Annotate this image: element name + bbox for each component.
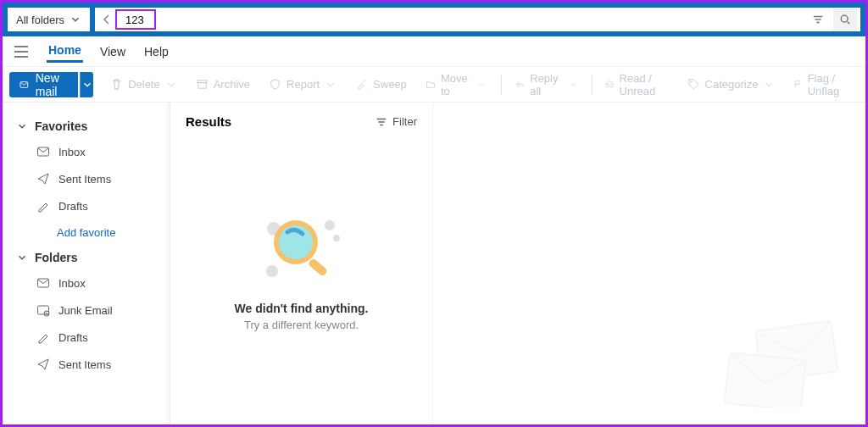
tab-view[interactable]: View	[98, 42, 127, 62]
empty-illustration	[255, 208, 348, 285]
svg-rect-3	[198, 83, 206, 89]
results-header: Results Filter	[170, 103, 432, 141]
chevron-down-icon	[165, 79, 177, 91]
results-title: Results	[186, 114, 231, 129]
search-icon	[839, 14, 851, 25]
filter-icon	[812, 14, 824, 25]
new-mail-label: New mail	[36, 71, 69, 98]
sent-icon	[36, 358, 50, 371]
chevron-down-icon	[70, 14, 81, 25]
tab-home[interactable]: Home	[47, 40, 83, 63]
add-favorite-link[interactable]: Add favorite	[8, 219, 164, 246]
menu-bar: Home View Help	[3, 36, 865, 67]
new-mail-dropdown[interactable]	[80, 72, 93, 97]
search-input-highlight	[115, 9, 156, 30]
arrow-left-icon	[100, 13, 114, 26]
new-mail-button[interactable]: New mail	[9, 72, 78, 97]
chevron-down-icon	[16, 252, 28, 263]
shield-icon	[269, 78, 281, 91]
filter-icon	[376, 116, 387, 128]
chevron-down-icon	[325, 79, 337, 91]
reply-all-icon	[515, 78, 525, 91]
report-button[interactable]: Report	[260, 73, 345, 96]
results-panel: Results Filter We didn't find any	[170, 103, 433, 424]
sidebar-item-junk[interactable]: Junk Email	[8, 297, 164, 324]
svg-point-12	[266, 265, 278, 277]
sidebar-item-drafts[interactable]: Drafts	[8, 192, 164, 219]
empty-subtitle: Try a different keyword.	[244, 319, 359, 331]
sent-icon	[36, 172, 50, 186]
drafts-icon	[36, 199, 50, 213]
hamburger-icon	[14, 46, 29, 58]
hamburger-button[interactable]	[11, 42, 31, 62]
chevron-down-icon	[16, 120, 28, 132]
categorize-button[interactable]: Categorize	[679, 73, 784, 96]
envelope-watermark-icon	[713, 306, 849, 408]
toolbar-separator	[592, 75, 593, 94]
svg-point-4	[690, 81, 692, 83]
broom-icon	[355, 78, 368, 91]
sidebar-item-sent[interactable]: Sent Items	[8, 165, 164, 192]
tag-icon	[687, 78, 700, 91]
trash-icon	[110, 78, 123, 91]
sidebar-item-inbox[interactable]: Inbox	[8, 269, 164, 297]
search-input[interactable]	[122, 14, 149, 26]
move-to-button[interactable]: Move to	[417, 67, 496, 103]
toolbar: New mail Delete Archive Report Sweep Mov…	[3, 67, 865, 103]
empty-results: We didn't find anything. Try a different…	[170, 141, 432, 424]
sidebar-section-folders[interactable]: Folders	[8, 246, 164, 269]
archive-button[interactable]: Archive	[187, 73, 259, 96]
chevron-down-icon	[569, 79, 578, 91]
search-scope-dropdown[interactable]: All folders	[8, 8, 90, 31]
search-scope-label: All folders	[16, 14, 64, 26]
reply-all-button[interactable]: Reply all	[506, 67, 586, 103]
search-filter-button[interactable]	[806, 8, 830, 31]
tab-help[interactable]: Help	[142, 42, 170, 62]
delete-button[interactable]: Delete	[102, 73, 186, 96]
archive-icon	[196, 78, 209, 91]
svg-point-0	[841, 15, 848, 22]
magnifier-illustration-icon	[255, 208, 348, 285]
junk-icon	[36, 303, 50, 317]
inbox-icon	[36, 145, 50, 158]
mail-open-icon	[605, 78, 614, 91]
svg-point-10	[325, 220, 335, 230]
toolbar-separator	[501, 75, 502, 94]
search-back-button[interactable]	[98, 11, 115, 28]
svg-rect-15	[307, 258, 328, 277]
chevron-down-icon	[763, 79, 775, 91]
svg-rect-7	[38, 306, 49, 314]
flag-icon	[793, 78, 802, 91]
sidebar-item-inbox[interactable]: Inbox	[8, 138, 164, 165]
chevron-down-icon	[81, 79, 93, 91]
content-area: Favorites Inbox Sent Items Drafts Add fa…	[3, 103, 865, 424]
drafts-icon	[36, 330, 50, 344]
search-bar	[95, 8, 860, 31]
sidebar-item-drafts[interactable]: Drafts	[8, 324, 164, 351]
chevron-down-icon	[477, 79, 487, 91]
sidebar-section-favorites[interactable]: Favorites	[8, 114, 164, 138]
folder-move-icon	[426, 78, 436, 91]
flag-button[interactable]: Flag / Unflag	[785, 67, 859, 103]
reading-pane	[433, 103, 865, 424]
sidebar-item-sent[interactable]: Sent Items	[8, 351, 164, 378]
read-unread-button[interactable]: Read / Unread	[597, 67, 676, 103]
svg-point-11	[333, 235, 340, 241]
empty-title: We didn't find anything.	[235, 302, 369, 315]
sidebar: Favorites Inbox Sent Items Drafts Add fa…	[3, 103, 170, 424]
search-submit-button[interactable]	[833, 8, 857, 31]
title-bar: All folders	[3, 3, 865, 36]
sweep-button[interactable]: Sweep	[347, 73, 415, 96]
inbox-icon	[36, 276, 50, 290]
mail-icon	[19, 78, 29, 92]
filter-button[interactable]: Filter	[376, 115, 417, 128]
